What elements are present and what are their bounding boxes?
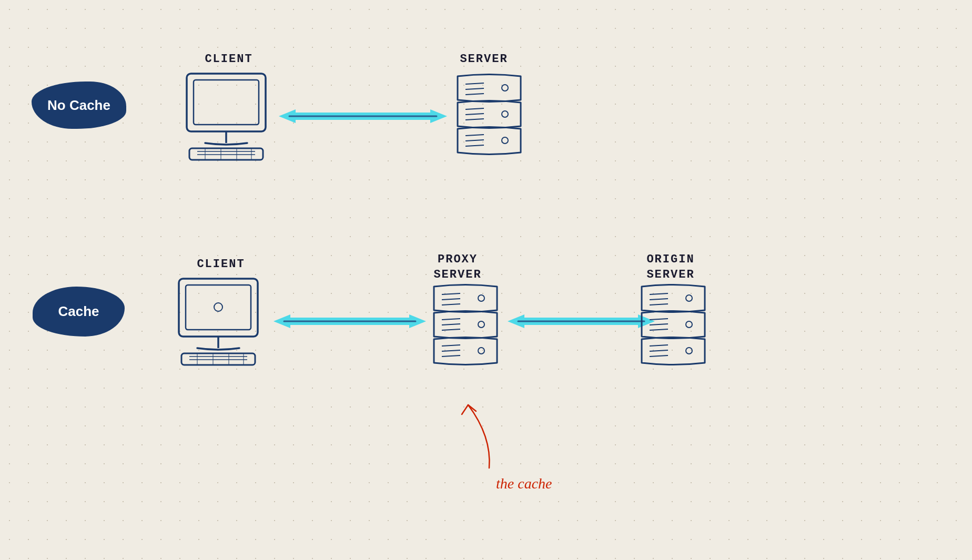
svg-line-46 (442, 324, 460, 325)
svg-line-20 (465, 119, 484, 120)
svg-line-58 (650, 299, 668, 300)
client-label-row2: CLIENT (179, 258, 263, 271)
computer-icon-row2 (166, 273, 271, 368)
origin-server-icon (631, 276, 715, 381)
svg-rect-30 (181, 353, 255, 365)
svg-point-52 (478, 348, 484, 354)
the-cache-annotation: the cache (496, 475, 552, 492)
svg-line-23 (465, 140, 484, 141)
svg-line-51 (442, 355, 460, 357)
svg-line-67 (650, 355, 668, 357)
svg-line-45 (442, 319, 460, 320)
svg-point-17 (502, 85, 508, 91)
svg-line-18 (465, 108, 484, 109)
svg-point-25 (502, 137, 508, 144)
no-cache-blob: No Cache (32, 82, 126, 129)
svg-line-57 (650, 293, 668, 294)
svg-line-66 (650, 350, 668, 351)
svg-line-47 (442, 329, 460, 330)
svg-rect-26 (179, 279, 258, 337)
svg-line-14 (465, 83, 484, 84)
svg-line-22 (465, 135, 484, 136)
svg-line-65 (650, 345, 668, 346)
svg-point-68 (686, 348, 692, 354)
svg-rect-27 (186, 285, 251, 330)
svg-line-62 (650, 324, 668, 325)
svg-line-49 (442, 345, 460, 346)
client-label-row1: CLIENT (187, 53, 271, 66)
cache-label: Cache (58, 303, 99, 320)
arrow-row1 (274, 103, 452, 129)
svg-line-61 (650, 319, 668, 320)
proxy-server-icon (423, 276, 508, 381)
no-cache-label: No Cache (47, 97, 110, 114)
svg-line-16 (465, 94, 484, 95)
svg-line-15 (465, 88, 484, 89)
svg-point-21 (502, 111, 508, 117)
cache-blob: Cache (33, 287, 125, 337)
computer-icon-row1 (174, 68, 279, 163)
svg-point-60 (686, 295, 692, 301)
svg-line-41 (442, 293, 460, 294)
svg-rect-1 (194, 80, 259, 125)
svg-line-24 (465, 145, 484, 146)
arrow-row2-left (268, 308, 431, 334)
svg-rect-3 (189, 148, 263, 160)
server-icon-row1 (447, 68, 531, 168)
svg-line-63 (650, 329, 668, 330)
svg-point-48 (478, 321, 484, 328)
svg-point-44 (478, 295, 484, 301)
svg-line-50 (442, 350, 460, 351)
annotation-curve (442, 384, 510, 478)
svg-line-59 (650, 304, 668, 305)
diagram-container: No Cache CLIENT SERVER (0, 0, 972, 560)
server-label-row1: SERVER (442, 53, 526, 66)
svg-line-19 (465, 114, 484, 115)
svg-point-64 (686, 321, 692, 328)
svg-point-28 (214, 303, 222, 311)
svg-line-42 (442, 299, 460, 300)
svg-line-43 (442, 304, 460, 305)
svg-rect-0 (187, 74, 266, 131)
